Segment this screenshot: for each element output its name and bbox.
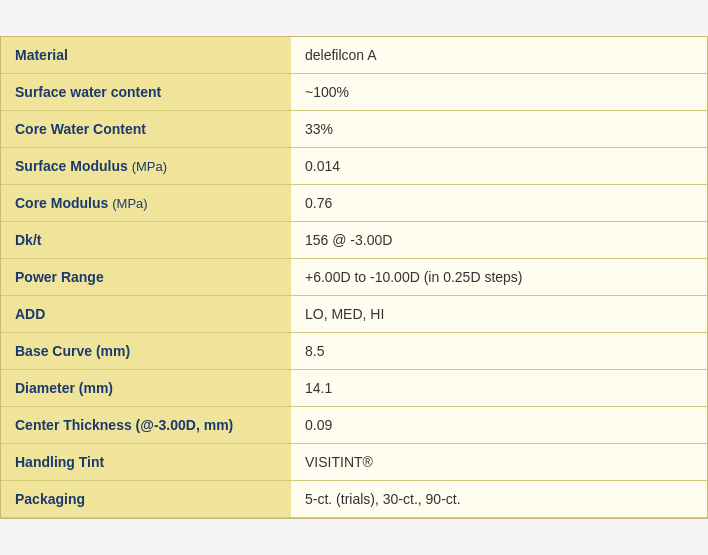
row-value: 8.5 xyxy=(291,333,707,370)
row-value: 5-ct. (trials), 30-ct., 90-ct. xyxy=(291,481,707,518)
row-label: Diameter (mm) xyxy=(1,370,291,407)
table-row: Diameter (mm)14.1 xyxy=(1,370,707,407)
row-value: 0.014 xyxy=(291,148,707,185)
table-row: Handling TintVISITINT® xyxy=(1,444,707,481)
table-row: Core Modulus (MPa)0.76 xyxy=(1,185,707,222)
table-row: Core Water Content33% xyxy=(1,111,707,148)
row-label: Material xyxy=(1,37,291,74)
table-row: Surface Modulus (MPa)0.014 xyxy=(1,148,707,185)
table-row: Materialdelefilcon A xyxy=(1,37,707,74)
row-value: 156 @ -3.00D xyxy=(291,222,707,259)
row-label: Surface Modulus (MPa) xyxy=(1,148,291,185)
row-label: ADD xyxy=(1,296,291,333)
row-label: Core Modulus (MPa) xyxy=(1,185,291,222)
specs-table: Materialdelefilcon ASurface water conten… xyxy=(0,36,708,519)
table-row: Power Range+6.00D to -10.00D (in 0.25D s… xyxy=(1,259,707,296)
table-row: Surface water content~100% xyxy=(1,74,707,111)
row-label: Packaging xyxy=(1,481,291,518)
row-value: 0.09 xyxy=(291,407,707,444)
row-value: ~100% xyxy=(291,74,707,111)
row-value: VISITINT® xyxy=(291,444,707,481)
row-label: Center Thickness (@-3.00D, mm) xyxy=(1,407,291,444)
row-label: Power Range xyxy=(1,259,291,296)
row-value: 14.1 xyxy=(291,370,707,407)
row-label: Base Curve (mm) xyxy=(1,333,291,370)
table-row: Center Thickness (@-3.00D, mm)0.09 xyxy=(1,407,707,444)
row-label: Dk/t xyxy=(1,222,291,259)
row-value: delefilcon A xyxy=(291,37,707,74)
table-row: ADDLO, MED, HI xyxy=(1,296,707,333)
row-label: Surface water content xyxy=(1,74,291,111)
row-label: Core Water Content xyxy=(1,111,291,148)
table-row: Dk/t156 @ -3.00D xyxy=(1,222,707,259)
row-value: +6.00D to -10.00D (in 0.25D steps) xyxy=(291,259,707,296)
row-value: 0.76 xyxy=(291,185,707,222)
row-label: Handling Tint xyxy=(1,444,291,481)
table-row: Packaging5-ct. (trials), 30-ct., 90-ct. xyxy=(1,481,707,518)
table-row: Base Curve (mm)8.5 xyxy=(1,333,707,370)
row-value: 33% xyxy=(291,111,707,148)
row-value: LO, MED, HI xyxy=(291,296,707,333)
